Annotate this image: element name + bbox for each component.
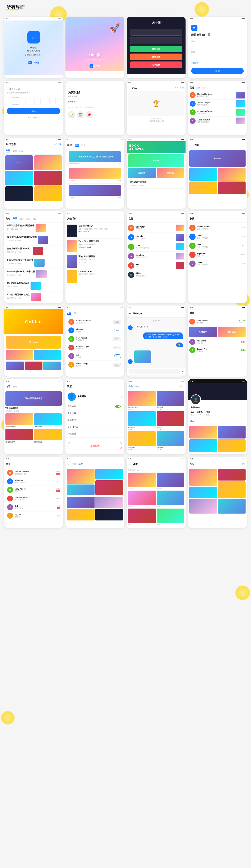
follow-btn-3[interactable]: 已关注 <box>113 337 121 341</box>
screen-dynamic-works: 9:41 ●●● ← 作品 动态 <box>65 457 124 528</box>
status-bar-7: 9:41 ●●● <box>127 81 186 85</box>
status-bar-24: 9:41 ●●● <box>188 379 247 383</box>
follow-btn-6[interactable]: 已关注 <box>113 363 121 367</box>
settings-item-profile[interactable]: 个人资料 › <box>65 410 124 417</box>
verify-confirm-btn[interactable]: 确认 <box>7 108 60 114</box>
edison-name: Edison <box>191 406 244 409</box>
ui-bottom: UI UI中国 <box>28 61 39 64</box>
status-bar-4: 9:41 ●●● <box>188 17 247 21</box>
screen-popular: 9:41 ●●● 热帖 推荐 题目 活动 达人 UI设计师必看的设计规范整理 设… <box>4 211 63 303</box>
follow-btn-2[interactable]: 关注 <box>114 329 121 332</box>
settings-item-account[interactable]: 保存账密 › <box>65 403 124 410</box>
screen-dark-login: UI中国 微信登录 微博登录 QQ登录 <box>127 17 186 78</box>
screen-praise: 9:41 ●●● 点赞 M New Aster 点赞了你 a <box>127 211 186 303</box>
astronaut-icon: 🚀 <box>109 23 120 33</box>
status-bar-28: 9:41 ●●● <box>188 457 247 461</box>
status-bar-11: 9:41 ●●● <box>127 137 186 142</box>
password-input[interactable] <box>191 54 244 60</box>
status-bar-15: 9:41 ●●● <box>127 211 186 215</box>
status-bar-27: 9:41 ●●● <box>127 457 186 461</box>
welcome-title: 欢迎来到UI中国 <box>191 33 244 37</box>
screen-share: 9:41 ●●● ← 关注 发现 拍摄 🏆 暂无关注内容 去发现更多精彩内容 <box>127 81 186 135</box>
status-bar-26: 9:41 ●●● <box>65 457 124 461</box>
status-bar-23: 9:41 ●●● <box>127 379 186 383</box>
screen-messages: 9:41 ●●● 消息 M Monica Martinez 刚刚发了新消息 12… <box>4 457 63 528</box>
chat-name: George <box>133 312 142 315</box>
edison-works-count: 74 <box>191 411 194 413</box>
tab-works[interactable]: 作品 <box>190 420 194 423</box>
register-btn[interactable]: 注 册 <box>191 68 244 74</box>
status-bar-13: 9:41 ●●● <box>4 211 63 215</box>
free-post-link[interactable]: 立即发布 > <box>68 100 122 103</box>
dark-screen-title: UI中国 <box>152 21 161 25</box>
password-label: 密码 <box>191 51 244 54</box>
status-bar-25: 9:41 ●●● <box>4 457 63 461</box>
follow-btn-1[interactable]: 已关注 <box>113 320 121 324</box>
status-bar-6: 9:41 ●●● <box>65 81 124 85</box>
tab-design[interactable]: 插画 <box>82 144 86 147</box>
login-link[interactable]: 立即登录 <box>191 62 244 65</box>
status-bar-22: 9:41 ●●● <box>65 379 124 383</box>
screen-edison-profile: 9:41 ●●● 👤 Edison 74 作品 7865 ID <box>188 379 247 455</box>
screen-follow-users: 9:41 ●●● 关注 粉丝 M Monica Martinez UI/UX设计… <box>65 306 124 377</box>
screen-settings: 9:41 ●●● 设置 👤 Edison ID: 7865 › 保存账密 › <box>65 379 124 455</box>
tab-recommend[interactable]: 推荐 <box>6 149 10 152</box>
status-bar-18: 9:41 ●●● <box>65 306 124 309</box>
screen-topic: 9:41 ●●● 超话 全部 插画 Ready mix UI 2.0 Wiref… <box>65 137 124 209</box>
screen-works-list: 9:41 ●●● 内容 作品 T形台设计案例展示 T形台设计案例 2.3k浏览 … <box>4 379 63 455</box>
screen-verify: 9:41 ●●● ← 输入验证码 已发送6位验证码至您的手机 确认 重新发送(6… <box>4 81 63 135</box>
status-bar-1: 9:41 ●●● <box>4 17 63 21</box>
screen-chat: 9:41 ●●● ← George 下午 5:35 Do you like it… <box>127 306 186 377</box>
edison-fans-label: 粉丝 <box>206 413 210 416</box>
status-bar-14: 9:41 ●●● <box>65 211 124 215</box>
screen-work-detail: 9:41 ●●● ← 作品 作品封面 <box>188 137 247 209</box>
btn-wechat[interactable]: 微信登录 <box>130 45 182 52</box>
screen-colorful: 9:41 ●●● 作品 筛选 <box>188 457 247 528</box>
screen-finance: 9:41 ●●● 财富 P Peter Walsh 投资组合 +12.5% 今日 <box>188 306 247 377</box>
screen-creation-share: 9:41 ●●● 创作分享 操作分享 推荐 最新 关注 Piece <box>4 137 63 209</box>
settings-item-about[interactable]: 关于UI中国 › <box>65 424 124 431</box>
account-input[interactable] <box>191 43 244 49</box>
status-bar-9: 9:41 ●●● <box>4 137 63 142</box>
tab-follow[interactable]: 关注 <box>19 149 24 152</box>
btn-qq[interactable]: QQ登录 <box>130 61 182 68</box>
settings-item-privacy[interactable]: 隐私管理 › <box>65 417 124 424</box>
screen-golden: 9:41 ●●● Golden Golden <box>4 306 63 377</box>
blob-8 <box>1 711 14 724</box>
ui-logo-icon: UI <box>27 31 40 43</box>
screen-follow: 9:41 ●●● 关注 发现 拍摄 M Monica Martinez 刚刚更新… <box>188 81 247 135</box>
settings-item-contact[interactable]: 联系我们 › <box>65 431 124 438</box>
screen-book-travel: 9:41 ●●● BOOK &TRAVEL 旅行书单 城市指南 美食地图 旅行设… <box>127 137 186 209</box>
screen-people: 9:41 ●●● 人物话说 知名设计师专访 设计让生活更美好，分享设计经验与感悟… <box>65 211 124 303</box>
tab-latest[interactable]: 最新 <box>12 149 17 152</box>
status-bar-16: 9:41 ●●● <box>188 211 247 215</box>
tab-all[interactable]: 全部 <box>75 144 79 147</box>
screens-container: 9:41 ●●● UI UI中国每天为你呈现最精彩的界面设计 UI UI中国 9… <box>0 14 251 534</box>
status-bar-5: 9:41 ●●● <box>4 81 63 85</box>
account-label: 账号 <box>191 40 244 43</box>
edison-id-label: ID <box>197 413 203 415</box>
page-header: 所有界面 <box>0 0 251 14</box>
status-bar-20: 9:41 ●●● <box>188 306 247 309</box>
blob-7 <box>235 586 250 600</box>
ui-tagline: UI中国每天为你呈现最精彩的界面设计 <box>25 46 43 57</box>
edison-id: 7865 <box>197 411 203 413</box>
screen-welcome: 9:41 ●●● UI 欢迎来到UI中国 账号 密码 立即登录 注 册 <box>188 17 247 78</box>
follow-btn-4[interactable]: 已关注 <box>113 346 121 349</box>
status-bar-12: 9:41 ●●● <box>188 137 247 142</box>
welcome-logo: UI <box>191 25 197 31</box>
page-title: 所有界面 <box>6 5 25 10</box>
logout-btn[interactable]: 退出登录 <box>68 442 122 450</box>
screen-hot-works: 9:41 ●●● 作品 动态 排序 ↓ 品牌设计集合 1.2k ♥ UI <box>127 379 186 455</box>
status-bar-21: 9:41 ●●● <box>4 379 63 383</box>
screen-collection: 9:41 ●●● 收藏 M Monica Martinez 收藏了你的作品 12… <box>188 211 247 303</box>
status-bar-17: 9:41 ●●● <box>4 306 63 309</box>
screen-free-post: 9:41 ●●● ← 免费发帖 图文 / 作品 立即发布 > 您已通过新手认证！… <box>65 81 124 135</box>
status-bar-8: 9:41 ●●● <box>188 81 247 85</box>
btn-weibo[interactable]: 微博登录 <box>130 54 182 60</box>
screens-grid-2: 9:41 ●●● 消息 M Monica Martinez 刚刚发了新消息 12… <box>4 457 247 528</box>
edison-fans: 638 <box>206 411 210 413</box>
screen-ui-logo: 9:41 ●●● UI UI中国每天为你呈现最精彩的界面设计 UI UI中国 <box>4 17 63 78</box>
follow-btn-5[interactable]: 关注 <box>114 354 121 358</box>
status-bar-2: 9:41 ●●● <box>65 17 124 21</box>
